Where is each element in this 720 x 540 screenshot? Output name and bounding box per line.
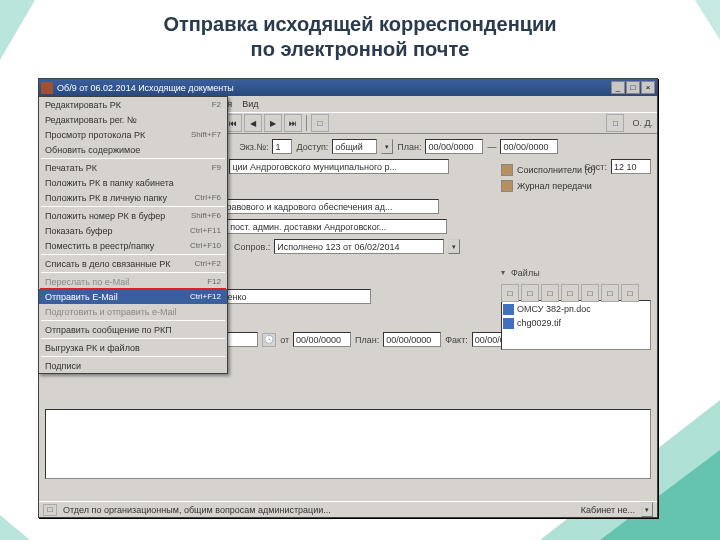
file-tb-icon[interactable]: □	[561, 284, 579, 302]
file-row[interactable]: chg0029.tif	[503, 316, 649, 330]
kommu-field[interactable]: правового и кадрового обеспечения ад...	[219, 199, 439, 214]
menu-item[interactable]: Выгрузка РК и файлов	[39, 340, 227, 355]
menu-item[interactable]: Редактировать РКF2	[39, 97, 227, 112]
file-tb-icon[interactable]: □	[581, 284, 599, 302]
file-row[interactable]: ОМСУ 382-рп.doc	[503, 302, 649, 316]
dostup-label: Доступ:	[296, 142, 328, 152]
tif-icon	[503, 318, 514, 329]
book-icon	[501, 180, 513, 192]
menu-item[interactable]: Печатать РКF9	[39, 160, 227, 175]
menu-item[interactable]: Подписи	[39, 358, 227, 373]
menu-item[interactable]: Обновить содержимое	[39, 142, 227, 157]
ekz-label: Экз.№:	[239, 142, 268, 152]
chevron-down-icon[interactable]: ▾	[641, 502, 653, 517]
right-column: Соисполнители (0) Журнал передачи	[501, 164, 651, 196]
chevron-down-icon[interactable]: ▾	[448, 239, 460, 254]
menu-item[interactable]: Поместить в реестр/папкуCtrl+F10	[39, 238, 227, 253]
tb-prev-icon[interactable]: ◀	[244, 114, 262, 132]
tb-last-icon[interactable]: ⏭	[284, 114, 302, 132]
menu-view[interactable]: Вид	[242, 99, 258, 109]
menu-item[interactable]: Отправить E-MailCtrl+F12	[39, 289, 227, 304]
status-text: Отдел по организационным, общим вопросам…	[63, 505, 331, 515]
menu-item[interactable]: Положить РК в личную папкуCtrl+F6	[39, 190, 227, 205]
menu-item[interactable]: Положить номер РК в буферShift+F6	[39, 208, 227, 223]
minimize-button[interactable]: _	[611, 81, 625, 94]
plan3-field[interactable]: 00/00/0000	[383, 332, 441, 347]
journal-link[interactable]: Журнал передачи	[501, 180, 651, 192]
dostup-field[interactable]: общий	[332, 139, 377, 154]
doc-icon	[503, 304, 514, 315]
file-tb-icon[interactable]: □	[601, 284, 619, 302]
plan-field[interactable]: 00/00/0000	[425, 139, 483, 154]
people-icon	[501, 164, 513, 176]
highlight-underline	[40, 288, 226, 290]
menu-item[interactable]: Просмотр протокола РКShift+F7	[39, 127, 227, 142]
window-title: Об/9 от 06.02.2014 Исходящие документы	[57, 83, 611, 93]
sopr-field[interactable]: Исполнено 123 от 06/02/2014	[274, 239, 444, 254]
chevron-down-icon[interactable]: ▾	[381, 139, 393, 154]
close-button[interactable]: ×	[641, 81, 655, 94]
tb-next-icon[interactable]: ▶	[264, 114, 282, 132]
menu-item[interactable]: Показать буферCtrl+F11	[39, 223, 227, 238]
file-tb-icon[interactable]: □	[541, 284, 559, 302]
text-area[interactable]	[45, 409, 651, 479]
menu-item: Переслать по e-MailF12	[39, 274, 227, 289]
maximize-button[interactable]: □	[626, 81, 640, 94]
status-kab: Кабинет не...	[581, 505, 635, 515]
menu-item: Подготовить и отправить e-Mail	[39, 304, 227, 319]
file-tb-icon[interactable]: □	[501, 284, 519, 302]
app-icon	[41, 82, 53, 94]
file-tb-icon[interactable]: □	[521, 284, 539, 302]
menu-item[interactable]: Редактировать рег. №	[39, 112, 227, 127]
ot-field[interactable]: 00/00/0000	[293, 332, 351, 347]
status-icon: □	[43, 504, 57, 516]
tb-btn-icon[interactable]: □	[606, 114, 624, 132]
statusbar: □ Отдел по организационным, общим вопрос…	[39, 501, 657, 517]
vizy-field[interactable]: пост. админ. доставки Андроговског...	[227, 219, 447, 234]
podp-field[interactable]: ции Андроговского муниципального р...	[229, 159, 449, 174]
sopr-label: Сопров.:	[234, 242, 270, 252]
titlebar: Об/9 от 06.02.2014 Исходящие документы _…	[39, 79, 657, 96]
clock-icon[interactable]: 🕓	[262, 333, 276, 347]
ekz-field[interactable]: 1	[272, 139, 292, 154]
tb-btn-icon[interactable]: □	[311, 114, 329, 132]
coexec-link[interactable]: Соисполнители (0)	[501, 164, 651, 176]
file-tb-icon[interactable]: □	[621, 284, 639, 302]
menu-item[interactable]: Списать в дело связанные РКCtrl+F2	[39, 256, 227, 271]
slide-title: Отправка исходящей корреспонденции по эл…	[0, 0, 720, 70]
plan2-field[interactable]: 00/00/0000	[500, 139, 558, 154]
menu-item[interactable]: Положить РК в папку кабинета	[39, 175, 227, 190]
actions-menu: Редактировать РКF2Редактировать рег. №Пр…	[38, 96, 228, 374]
file-panel: ▾Файлы □ □ □ □ □ □ □ ОМСУ 382-рп.doc chg…	[501, 264, 651, 350]
menu-item[interactable]: Отправить сообщение по РКП	[39, 322, 227, 337]
plan-label: План:	[397, 142, 421, 152]
file-list: ОМСУ 382-рп.doc chg0029.tif	[501, 300, 651, 350]
